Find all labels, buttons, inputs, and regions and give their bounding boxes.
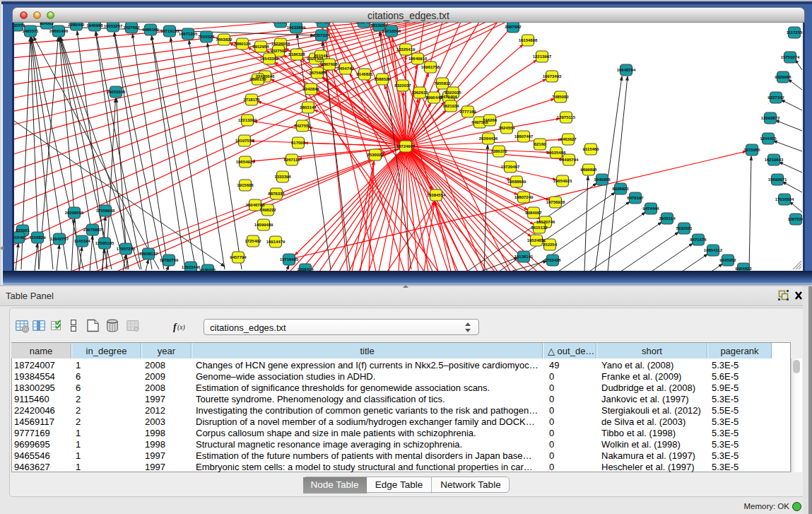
svg-text:2530022: 2530022	[367, 153, 384, 157]
svg-text:17957255: 17957255	[117, 247, 136, 251]
svg-text:18724007: 18724007	[396, 144, 416, 148]
svg-text:3215955: 3215955	[743, 148, 760, 152]
svg-text:16154808: 16154808	[519, 38, 538, 42]
svg-text:12505185: 12505185	[95, 241, 114, 245]
svg-text:2718176: 2718176	[243, 98, 260, 102]
svg-text:3915401: 3915401	[14, 235, 27, 240]
svg-text:1405571: 1405571	[22, 29, 39, 33]
svg-text:10782759: 10782759	[160, 258, 179, 262]
svg-text:8938923: 8938923	[612, 187, 629, 191]
svg-text:7663822: 7663822	[216, 37, 233, 42]
svg-text:8454749: 8454749	[337, 66, 354, 71]
svg-text:10107553: 10107553	[235, 139, 254, 143]
svg-text:16495794: 16495794	[560, 158, 579, 162]
svg-text:8878334: 8878334	[268, 192, 285, 196]
svg-text:15720407: 15720407	[501, 165, 520, 169]
svg-text:9464823: 9464823	[735, 267, 752, 271]
svg-text:12213967: 12213967	[533, 54, 552, 59]
svg-text:8860124: 8860124	[234, 42, 251, 46]
svg-text:15692971: 15692971	[768, 177, 787, 182]
svg-text:8813054: 8813054	[370, 23, 387, 28]
svg-text:1145194: 1145194	[73, 239, 90, 243]
svg-text:9146821: 9146821	[356, 72, 373, 76]
svg-text:15136141: 15136141	[514, 255, 534, 259]
svg-text:8471676: 8471676	[690, 238, 707, 242]
svg-text:16033809: 16033809	[287, 25, 306, 30]
svg-text:18807249: 18807249	[514, 195, 534, 199]
svg-text:17016504: 17016504	[775, 197, 794, 201]
svg-text:1640956: 1640956	[594, 177, 611, 182]
svg-text:17359938: 17359938	[96, 209, 115, 213]
svg-text:1333394: 1333394	[274, 175, 291, 179]
svg-text:16648784: 16648784	[617, 68, 636, 72]
svg-text:20053346: 20053346	[107, 90, 126, 94]
svg-text:9245052: 9245052	[719, 258, 736, 262]
svg-text:9777169: 9777169	[459, 110, 476, 114]
svg-text:14099489: 14099489	[254, 223, 273, 227]
svg-text:2935114: 2935114	[659, 216, 676, 221]
svg-text:9896150: 9896150	[249, 77, 266, 81]
svg-text:10719155: 10719155	[160, 29, 180, 33]
svg-text:16543362: 16543362	[260, 57, 279, 61]
svg-text:12942757: 12942757	[50, 237, 69, 241]
svg-text:1615132: 1615132	[531, 226, 548, 230]
svg-text:2289442: 2289442	[68, 23, 85, 27]
svg-text:1117255: 1117255	[787, 30, 803, 35]
svg-text:2087682: 2087682	[505, 25, 522, 29]
svg-text:6466160: 6466160	[142, 28, 159, 32]
svg-text:19218506: 19218506	[382, 29, 401, 33]
svg-text:8427552: 8427552	[294, 124, 311, 128]
svg-text:7515526: 7515526	[198, 35, 215, 39]
svg-text:1605571: 1605571	[14, 23, 25, 28]
svg-text:8186328: 8186328	[288, 52, 305, 57]
svg-text:9242848: 9242848	[302, 87, 319, 91]
svg-text:9463627: 9463627	[560, 137, 577, 141]
svg-text:20206555: 20206555	[65, 211, 84, 215]
svg-text:1725402: 1725402	[245, 239, 261, 243]
svg-text:1621034: 1621034	[442, 104, 459, 108]
svg-text:16914479: 16914479	[266, 240, 286, 244]
svg-text:8267110: 8267110	[283, 158, 300, 162]
svg-text:16120746: 16120746	[536, 220, 555, 224]
svg-text:9699695: 9699695	[580, 168, 597, 172]
svg-text:1498222: 1498222	[259, 208, 276, 212]
svg-text:1156829: 1156829	[29, 235, 46, 240]
svg-text:16671355: 16671355	[179, 32, 198, 36]
svg-text:201546: 201546	[314, 54, 329, 58]
svg-text:13325419: 13325419	[396, 47, 416, 52]
svg-text:10688609: 10688609	[507, 180, 526, 184]
svg-text:8912954: 8912954	[252, 45, 269, 49]
svg-text:9329966: 9329966	[775, 75, 792, 79]
svg-text:2803144: 2803144	[300, 105, 317, 110]
svg-text:746266: 746266	[483, 118, 498, 122]
svg-text:6479197: 6479197	[627, 196, 644, 200]
svg-text:2867608: 2867608	[321, 62, 338, 66]
svg-text:1940998: 1940998	[86, 23, 103, 28]
svg-text:1008414: 1008414	[297, 267, 314, 271]
svg-text:10958137: 10958137	[139, 252, 158, 256]
svg-text:1362615: 1362615	[411, 90, 428, 95]
svg-text:12975115: 12975115	[557, 115, 576, 119]
svg-text:9227342: 9227342	[767, 95, 784, 100]
svg-text:16961758: 16961758	[421, 65, 440, 69]
svg-text:10807467: 10807467	[514, 134, 534, 139]
svg-text:15751074: 15751074	[781, 55, 800, 59]
svg-text:1527602: 1527602	[123, 25, 140, 30]
svg-text:9064128: 9064128	[314, 23, 331, 24]
svg-text:9327503: 9327503	[270, 49, 287, 53]
svg-text:15226058: 15226058	[271, 42, 290, 46]
svg-text:12093872: 12093872	[761, 116, 780, 120]
svg-text:9115460: 9115460	[582, 147, 599, 151]
svg-text:9457794: 9457794	[230, 255, 247, 259]
svg-text:16210643: 16210643	[765, 158, 784, 162]
svg-text:9322035: 9322035	[445, 90, 461, 95]
svg-text:9130221: 9130221	[199, 268, 216, 271]
svg-text:7386372: 7386372	[490, 149, 507, 153]
svg-text:817008: 817008	[291, 141, 306, 145]
svg-text:7357224: 7357224	[313, 33, 330, 37]
svg-text:10025488: 10025488	[547, 151, 566, 155]
svg-text:62160: 62160	[534, 142, 546, 146]
svg-text:19654923: 19654923	[553, 179, 572, 183]
svg-text:19384554: 19384554	[427, 193, 446, 197]
svg-text:8322037: 8322037	[394, 83, 411, 88]
